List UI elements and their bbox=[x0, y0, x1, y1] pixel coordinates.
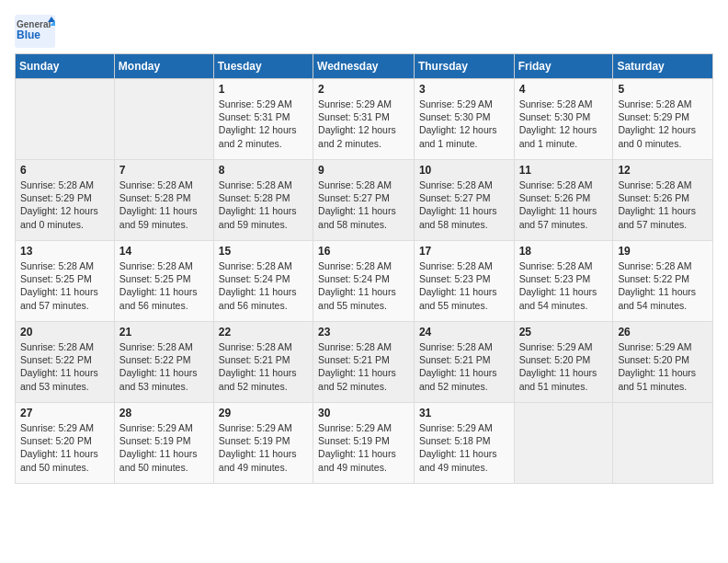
cell-info-text: Sunrise: 5:28 AMSunset: 5:30 PMDaylight:… bbox=[519, 98, 609, 150]
cell-day-number: 20 bbox=[20, 326, 109, 339]
cell-day-number: 15 bbox=[219, 245, 308, 258]
cell-day-number: 2 bbox=[318, 83, 409, 96]
cell-info-text: Sunrise: 5:28 AMSunset: 5:24 PMDaylight:… bbox=[318, 259, 409, 312]
weekday-header-tuesday: Tuesday bbox=[213, 54, 313, 79]
calendar-cell: 17Sunrise: 5:28 AMSunset: 5:23 PMDayligh… bbox=[414, 241, 514, 322]
calendar-cell bbox=[114, 79, 213, 160]
cell-day-number: 7 bbox=[119, 164, 209, 177]
cell-info-text: Sunrise: 5:28 AMSunset: 5:24 PMDaylight:… bbox=[219, 259, 308, 312]
calendar-cell: 12Sunrise: 5:28 AMSunset: 5:26 PMDayligh… bbox=[613, 160, 713, 241]
cell-day-number: 31 bbox=[419, 407, 509, 419]
cell-info-text: Sunrise: 5:28 AMSunset: 5:26 PMDaylight:… bbox=[618, 178, 708, 231]
calendar-cell bbox=[613, 403, 713, 484]
cell-info-text: Sunrise: 5:28 AMSunset: 5:25 PMDaylight:… bbox=[119, 259, 209, 312]
calendar-cell: 30Sunrise: 5:29 AMSunset: 5:19 PMDayligh… bbox=[313, 403, 415, 484]
cell-info-text: Sunrise: 5:28 AMSunset: 5:27 PMDaylight:… bbox=[318, 178, 409, 231]
cell-info-text: Sunrise: 5:28 AMSunset: 5:28 PMDaylight:… bbox=[219, 178, 308, 231]
cell-day-number: 8 bbox=[219, 164, 308, 177]
calendar-cell: 13Sunrise: 5:28 AMSunset: 5:25 PMDayligh… bbox=[16, 241, 115, 322]
cell-day-number: 26 bbox=[618, 326, 708, 339]
cell-day-number: 16 bbox=[318, 245, 409, 258]
cell-day-number: 19 bbox=[618, 245, 708, 258]
cell-day-number: 11 bbox=[519, 164, 609, 177]
cell-day-number: 23 bbox=[318, 326, 409, 339]
cell-day-number: 21 bbox=[119, 326, 209, 339]
calendar-cell: 8Sunrise: 5:28 AMSunset: 5:28 PMDaylight… bbox=[213, 160, 313, 241]
cell-day-number: 22 bbox=[219, 326, 308, 339]
calendar-cell: 20Sunrise: 5:28 AMSunset: 5:22 PMDayligh… bbox=[16, 322, 115, 403]
cell-day-number: 14 bbox=[119, 245, 209, 258]
cell-day-number: 13 bbox=[20, 245, 109, 258]
cell-info-text: Sunrise: 5:29 AMSunset: 5:31 PMDaylight:… bbox=[219, 98, 308, 150]
cell-day-number: 17 bbox=[419, 245, 509, 258]
cell-day-number: 28 bbox=[119, 407, 209, 419]
cell-day-number: 5 bbox=[618, 83, 708, 96]
weekday-header-monday: Monday bbox=[114, 54, 213, 79]
cell-day-number: 3 bbox=[419, 83, 509, 96]
calendar-cell: 19Sunrise: 5:28 AMSunset: 5:22 PMDayligh… bbox=[613, 241, 713, 322]
cell-info-text: Sunrise: 5:29 AMSunset: 5:19 PMDaylight:… bbox=[318, 421, 409, 474]
calendar-cell: 15Sunrise: 5:28 AMSunset: 5:24 PMDayligh… bbox=[213, 241, 313, 322]
logo-icon: General Blue bbox=[15, 15, 55, 48]
cell-info-text: Sunrise: 5:28 AMSunset: 5:23 PMDaylight:… bbox=[519, 259, 609, 312]
cell-info-text: Sunrise: 5:29 AMSunset: 5:30 PMDaylight:… bbox=[419, 98, 509, 150]
logo: General Blue bbox=[15, 15, 59, 48]
calendar-cell: 6Sunrise: 5:28 AMSunset: 5:29 PMDaylight… bbox=[16, 160, 115, 241]
calendar-cell: 11Sunrise: 5:28 AMSunset: 5:26 PMDayligh… bbox=[514, 160, 613, 241]
svg-text:Blue: Blue bbox=[17, 29, 40, 41]
calendar-cell: 4Sunrise: 5:28 AMSunset: 5:30 PMDaylight… bbox=[514, 79, 613, 160]
weekday-header-wednesday: Wednesday bbox=[313, 54, 415, 79]
cell-day-number: 18 bbox=[519, 245, 609, 258]
calendar-cell: 3Sunrise: 5:29 AMSunset: 5:30 PMDaylight… bbox=[414, 79, 514, 160]
calendar-cell: 9Sunrise: 5:28 AMSunset: 5:27 PMDaylight… bbox=[313, 160, 415, 241]
cell-info-text: Sunrise: 5:28 AMSunset: 5:29 PMDaylight:… bbox=[618, 98, 708, 150]
cell-info-text: Sunrise: 5:28 AMSunset: 5:22 PMDaylight:… bbox=[20, 340, 109, 393]
cell-day-number: 6 bbox=[20, 164, 109, 177]
cell-info-text: Sunrise: 5:29 AMSunset: 5:19 PMDaylight:… bbox=[119, 421, 209, 474]
weekday-header-saturday: Saturday bbox=[613, 54, 713, 79]
cell-info-text: Sunrise: 5:28 AMSunset: 5:26 PMDaylight:… bbox=[519, 178, 609, 231]
cell-info-text: Sunrise: 5:28 AMSunset: 5:22 PMDaylight:… bbox=[119, 340, 209, 393]
cell-day-number: 27 bbox=[20, 407, 109, 419]
cell-day-number: 12 bbox=[618, 164, 708, 177]
cell-day-number: 29 bbox=[219, 407, 308, 419]
calendar-cell: 18Sunrise: 5:28 AMSunset: 5:23 PMDayligh… bbox=[514, 241, 613, 322]
cell-info-text: Sunrise: 5:28 AMSunset: 5:29 PMDaylight:… bbox=[20, 178, 109, 231]
calendar-cell: 25Sunrise: 5:29 AMSunset: 5:20 PMDayligh… bbox=[514, 322, 613, 403]
cell-info-text: Sunrise: 5:29 AMSunset: 5:20 PMDaylight:… bbox=[20, 421, 109, 474]
cell-info-text: Sunrise: 5:28 AMSunset: 5:28 PMDaylight:… bbox=[119, 178, 209, 231]
cell-day-number: 30 bbox=[318, 407, 409, 419]
cell-day-number: 10 bbox=[419, 164, 509, 177]
calendar-cell: 22Sunrise: 5:28 AMSunset: 5:21 PMDayligh… bbox=[213, 322, 313, 403]
calendar-cell: 14Sunrise: 5:28 AMSunset: 5:25 PMDayligh… bbox=[114, 241, 213, 322]
cell-day-number: 4 bbox=[519, 83, 609, 96]
cell-day-number: 24 bbox=[419, 326, 509, 339]
calendar-cell: 5Sunrise: 5:28 AMSunset: 5:29 PMDaylight… bbox=[613, 79, 713, 160]
cell-info-text: Sunrise: 5:28 AMSunset: 5:21 PMDaylight:… bbox=[318, 340, 409, 393]
calendar-cell: 1Sunrise: 5:29 AMSunset: 5:31 PMDaylight… bbox=[213, 79, 313, 160]
cell-info-text: Sunrise: 5:29 AMSunset: 5:31 PMDaylight:… bbox=[318, 98, 409, 150]
cell-info-text: Sunrise: 5:28 AMSunset: 5:27 PMDaylight:… bbox=[419, 178, 509, 231]
calendar-cell: 21Sunrise: 5:28 AMSunset: 5:22 PMDayligh… bbox=[114, 322, 213, 403]
cell-info-text: Sunrise: 5:29 AMSunset: 5:20 PMDaylight:… bbox=[618, 340, 708, 393]
calendar-cell bbox=[514, 403, 613, 484]
calendar-cell: 26Sunrise: 5:29 AMSunset: 5:20 PMDayligh… bbox=[613, 322, 713, 403]
calendar-cell: 2Sunrise: 5:29 AMSunset: 5:31 PMDaylight… bbox=[313, 79, 415, 160]
cell-info-text: Sunrise: 5:29 AMSunset: 5:18 PMDaylight:… bbox=[419, 421, 509, 474]
calendar-cell: 31Sunrise: 5:29 AMSunset: 5:18 PMDayligh… bbox=[414, 403, 514, 484]
cell-info-text: Sunrise: 5:28 AMSunset: 5:25 PMDaylight:… bbox=[20, 259, 109, 312]
calendar-cell: 28Sunrise: 5:29 AMSunset: 5:19 PMDayligh… bbox=[114, 403, 213, 484]
page-header: General Blue bbox=[15, 15, 713, 48]
cell-info-text: Sunrise: 5:28 AMSunset: 5:22 PMDaylight:… bbox=[618, 259, 708, 312]
cell-day-number: 1 bbox=[219, 83, 308, 96]
weekday-header-friday: Friday bbox=[514, 54, 613, 79]
cell-info-text: Sunrise: 5:28 AMSunset: 5:21 PMDaylight:… bbox=[419, 340, 509, 393]
cell-info-text: Sunrise: 5:28 AMSunset: 5:21 PMDaylight:… bbox=[219, 340, 308, 393]
cell-info-text: Sunrise: 5:29 AMSunset: 5:19 PMDaylight:… bbox=[219, 421, 308, 474]
calendar-cell: 29Sunrise: 5:29 AMSunset: 5:19 PMDayligh… bbox=[213, 403, 313, 484]
calendar-cell: 7Sunrise: 5:28 AMSunset: 5:28 PMDaylight… bbox=[114, 160, 213, 241]
calendar-cell: 24Sunrise: 5:28 AMSunset: 5:21 PMDayligh… bbox=[414, 322, 514, 403]
calendar-table: SundayMondayTuesdayWednesdayThursdayFrid… bbox=[15, 53, 713, 484]
calendar-cell: 10Sunrise: 5:28 AMSunset: 5:27 PMDayligh… bbox=[414, 160, 514, 241]
weekday-header-sunday: Sunday bbox=[16, 54, 115, 79]
